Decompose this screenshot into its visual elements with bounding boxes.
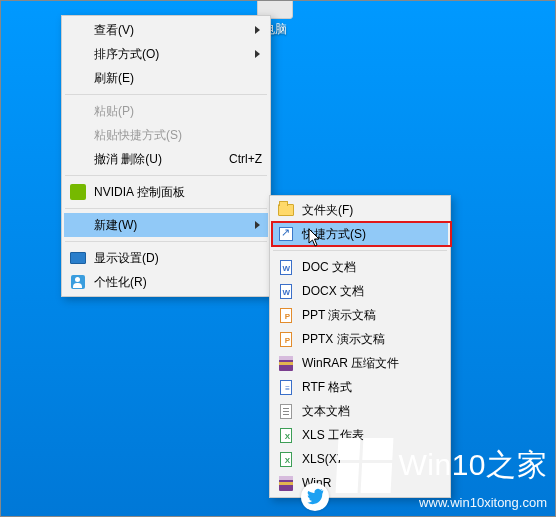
menu-label: NVIDIA 控制面板 [94, 184, 185, 201]
doc-icon: W [278, 259, 294, 275]
shortcut-icon [278, 226, 294, 242]
chevron-right-icon [255, 50, 260, 58]
watermark-url: www.win10xitong.com [337, 495, 547, 510]
menu-label: DOCX 文档 [302, 283, 364, 300]
menu-label: 刷新(E) [94, 70, 134, 87]
menu-item-doc[interactable]: W DOC 文档 [272, 255, 448, 279]
personalize-icon [70, 274, 86, 290]
menu-label: XLS(X) [302, 452, 341, 466]
folder-icon [278, 202, 294, 218]
menu-label: PPTX 演示文稿 [302, 331, 385, 348]
menu-item-folder[interactable]: 文件夹(F) [272, 198, 448, 222]
menu-label: 快捷方式(S) [302, 226, 366, 243]
watermark: Win10之家 www.win10xitong.com [337, 438, 547, 510]
menu-item-docx[interactable]: W DOCX 文档 [272, 279, 448, 303]
rtf-icon: ≡ [278, 379, 294, 395]
menu-item-shortcut[interactable]: 快捷方式(S) [272, 222, 448, 246]
menu-item-pptx[interactable]: P PPTX 演示文稿 [272, 327, 448, 351]
menu-item-paste-shortcut: 粘贴快捷方式(S) [64, 123, 268, 147]
menu-separator [65, 208, 267, 209]
menu-label: WinRAR 压缩文件 [302, 355, 399, 372]
ppt-icon: P [278, 307, 294, 323]
menu-item-display-settings[interactable]: 显示设置(D) [64, 246, 268, 270]
txt-icon [278, 403, 294, 419]
menu-label: 文本文档 [302, 403, 350, 420]
menu-label: PPT 演示文稿 [302, 307, 376, 324]
menu-item-personalize[interactable]: 个性化(R) [64, 270, 268, 294]
menu-item-rtf[interactable]: ≡ RTF 格式 [272, 375, 448, 399]
menu-label: 查看(V) [94, 22, 134, 39]
menu-item-winrar[interactable]: WinRAR 压缩文件 [272, 351, 448, 375]
menu-label: DOC 文档 [302, 259, 356, 276]
nvidia-icon [70, 184, 86, 200]
menu-item-view[interactable]: 查看(V) [64, 18, 268, 42]
menu-label: 新建(W) [94, 217, 137, 234]
pptx-icon: P [278, 331, 294, 347]
xlsx-icon: X [278, 451, 294, 467]
twitter-icon [301, 483, 329, 511]
menu-item-nvidia[interactable]: NVIDIA 控制面板 [64, 180, 268, 204]
chevron-right-icon [255, 26, 260, 34]
docx-icon: W [278, 283, 294, 299]
windows-logo-icon [336, 438, 394, 493]
menu-item-txt[interactable]: 文本文档 [272, 399, 448, 423]
menu-label: 粘贴(P) [94, 103, 134, 120]
menu-label: 撤消 删除(U) [94, 151, 162, 168]
context-menu-desktop: 查看(V) 排序方式(O) 刷新(E) 粘贴(P) 粘贴快捷方式(S) 撤消 删… [61, 15, 271, 297]
menu-item-refresh[interactable]: 刷新(E) [64, 66, 268, 90]
menu-shortcut: Ctrl+Z [229, 152, 262, 166]
menu-item-ppt[interactable]: P PPT 演示文稿 [272, 303, 448, 327]
menu-separator [65, 241, 267, 242]
winrar-icon [278, 355, 294, 371]
menu-item-new[interactable]: 新建(W) [64, 213, 268, 237]
menu-label: 显示设置(D) [94, 250, 159, 267]
menu-item-paste: 粘贴(P) [64, 99, 268, 123]
menu-separator [273, 250, 447, 251]
menu-label: 排序方式(O) [94, 46, 159, 63]
watermark-brand: Win10之家 [398, 445, 547, 486]
menu-label: 个性化(R) [94, 274, 147, 291]
menu-item-sort[interactable]: 排序方式(O) [64, 42, 268, 66]
display-icon [70, 250, 86, 266]
menu-item-undo-delete[interactable]: 撤消 删除(U) Ctrl+Z [64, 147, 268, 171]
menu-label: 文件夹(F) [302, 202, 353, 219]
menu-separator [65, 94, 267, 95]
menu-separator [65, 175, 267, 176]
menu-label: RTF 格式 [302, 379, 352, 396]
chevron-right-icon [255, 221, 260, 229]
winrar-zip-icon [278, 475, 294, 491]
menu-label: 粘贴快捷方式(S) [94, 127, 182, 144]
xls-icon: X [278, 427, 294, 443]
